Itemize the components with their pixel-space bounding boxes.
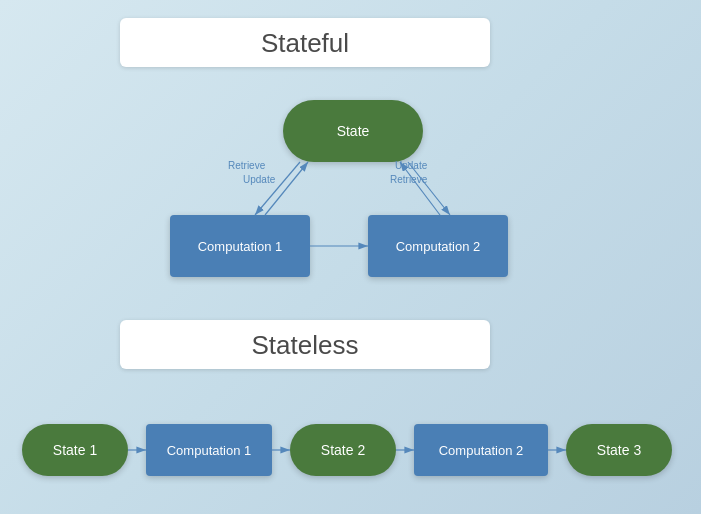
stateless-comp2-box: Computation 2 — [414, 424, 548, 476]
stateless-comp1-box: Computation 1 — [146, 424, 272, 476]
state1-node: State 1 — [22, 424, 128, 476]
state2-node: State 2 — [290, 424, 396, 476]
stateless-title: Stateless — [252, 330, 359, 360]
update-right-label: Update — [395, 160, 427, 171]
update-left-label: Update — [243, 174, 275, 185]
retrieve-left-label: Retrieve — [228, 160, 265, 171]
stateful-title: Stateful — [261, 28, 349, 58]
state3-node: State 3 — [566, 424, 672, 476]
computation2-box: Computation 2 — [368, 215, 508, 277]
retrieve-right-label: Retrieve — [390, 174, 427, 185]
state-node: State — [283, 100, 423, 162]
svg-line-3 — [265, 162, 308, 215]
stateless-box: Stateless — [120, 320, 490, 369]
stateful-box: Stateful — [120, 18, 490, 67]
computation1-box: Computation 1 — [170, 215, 310, 277]
